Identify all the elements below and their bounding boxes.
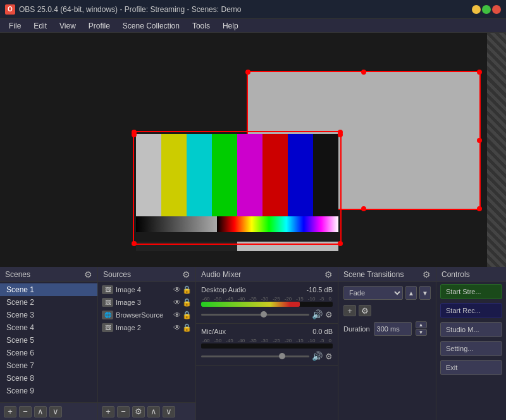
source-label-image3: Image 3 — [116, 299, 171, 306]
handle-bm[interactable] — [361, 206, 366, 211]
handle-mr[interactable] — [477, 138, 482, 143]
studio-mode-button[interactable]: Studio M... — [440, 322, 502, 337]
transition-add-button[interactable]: + — [343, 305, 356, 316]
bars-strip — [136, 242, 338, 251]
transition-up-btn[interactable]: ▲ — [405, 286, 417, 300]
duration-row: Duration ▲ ▼ — [338, 318, 436, 340]
handle-tr[interactable] — [477, 70, 482, 75]
minimize-button[interactable] — [472, 5, 481, 14]
scene-item-3[interactable]: Scene 3 — [0, 309, 97, 321]
scene-down-button[interactable]: ∨ — [49, 406, 62, 417]
menu-scene-collection[interactable]: Scene Collection — [116, 20, 186, 32]
mic-meter — [201, 343, 333, 349]
scene-item-1[interactable]: Scene 1 — [0, 283, 97, 296]
source-item-image4[interactable]: 🖼 Image 4 👁 🔒 — [98, 283, 195, 296]
bottom-panels: Scenes ⚙ Scene 1 Scene 2 Scene 3 Scene 4… — [0, 267, 506, 420]
scene-item-6[interactable]: Scene 6 — [0, 347, 97, 359]
lock-icon-b[interactable]: 🔒 — [182, 311, 192, 319]
source-down-button[interactable]: ∨ — [163, 406, 175, 417]
start-recording-button[interactable]: Start Rec... — [440, 303, 502, 318]
source-remove-button[interactable]: − — [117, 406, 130, 417]
visibility-icon[interactable]: 👁 — [173, 285, 181, 294]
close-button[interactable] — [492, 5, 501, 14]
scene-list: Scene 1 Scene 2 Scene 3 Scene 4 Scene 5 … — [0, 282, 97, 402]
menu-file[interactable]: File — [3, 20, 27, 32]
controls-panel: Controls Start Stre... Start Rec... Stud… — [436, 267, 506, 420]
handle-br[interactable] — [477, 206, 482, 211]
scene-item-5[interactable]: Scene 5 — [0, 334, 97, 347]
mic-volume-thumb[interactable] — [279, 353, 285, 359]
desktop-volume-slider[interactable] — [201, 314, 309, 316]
desktop-volume-controls: 🔊 ⚙ — [201, 309, 333, 319]
menu-profile[interactable]: Profile — [82, 20, 116, 32]
source-item-browser[interactable]: 🌐 BrowserSource 👁 🔒 — [98, 309, 195, 321]
menu-help[interactable]: Help — [216, 20, 245, 32]
source-settings-button[interactable]: ⚙ — [132, 406, 145, 417]
desktop-mute-icon[interactable]: 🔊 — [312, 309, 323, 319]
bar-yellow — [161, 134, 187, 216]
image-icon-3: 🖼 — [102, 298, 113, 307]
transition-gear-button[interactable]: ⚙ — [359, 305, 371, 316]
duration-up-btn[interactable]: ▲ — [416, 321, 427, 328]
scene-add-button[interactable]: + — [4, 406, 16, 417]
handle-tl[interactable] — [245, 70, 250, 75]
transition-down-btn[interactable]: ▼ — [419, 286, 431, 300]
mic-volume-slider[interactable] — [201, 355, 309, 357]
desktop-audio-gear-icon[interactable]: ⚙ — [325, 310, 333, 319]
transitions-title: Scene Transitions — [343, 270, 404, 279]
menu-edit[interactable]: Edit — [27, 20, 53, 32]
source-add-button[interactable]: + — [102, 406, 114, 417]
strip-light — [237, 242, 338, 251]
visibility-icon-b[interactable]: 👁 — [173, 311, 181, 319]
window-title: OBS 25.0.4 (64-bit, windows) - Profile: … — [19, 5, 241, 14]
transition-add-row: + ⚙ — [338, 304, 436, 318]
lock-icon-3[interactable]: 🔒 — [182, 298, 192, 307]
visibility-icon-3[interactable]: 👁 — [173, 298, 181, 307]
desktop-meter-ticks: -60-50-45-40-35-30-25-20-15-10-50 — [201, 296, 333, 302]
visibility-icon-2[interactable]: 👁 — [173, 323, 181, 332]
menu-tools[interactable]: Tools — [186, 20, 216, 32]
desktop-volume-thumb[interactable] — [261, 311, 267, 318]
browser-icon: 🌐 — [102, 311, 113, 319]
mic-mute-icon[interactable]: 🔊 — [312, 351, 323, 361]
sources-settings-icon[interactable]: ⚙ — [182, 269, 190, 280]
bar-blue — [288, 134, 313, 216]
duration-label: Duration — [343, 325, 370, 333]
source-item-image2[interactable]: 🖼 Image 2 👁 🔒 — [98, 321, 195, 334]
audio-settings-icon[interactable]: ⚙ — [324, 269, 333, 280]
scene-remove-button[interactable]: − — [19, 406, 32, 417]
audio-title: Audio Mixer — [201, 270, 241, 279]
source-item-image3[interactable]: 🖼 Image 3 👁 🔒 — [98, 296, 195, 309]
transitions-settings-icon[interactable]: ⚙ — [423, 269, 431, 280]
lock-icon[interactable]: 🔒 — [182, 285, 192, 294]
exit-button[interactable]: Exit — [440, 360, 502, 375]
lock-icon-2[interactable]: 🔒 — [182, 323, 192, 332]
scenes-settings-icon[interactable]: ⚙ — [84, 269, 92, 280]
scene-item-2[interactable]: Scene 2 — [0, 296, 97, 309]
sources-panel: Sources ⚙ 🖼 Image 4 👁 🔒 🖼 Image 3 👁 🔒 — [98, 267, 196, 420]
scene-up-button[interactable]: ∧ — [34, 406, 47, 417]
mic-audio-gear-icon[interactable]: ⚙ — [325, 352, 333, 361]
scene-item-7[interactable]: Scene 7 — [0, 359, 97, 372]
desktop-audio-db: -10.5 dB — [306, 286, 333, 293]
menu-view[interactable]: View — [53, 20, 82, 32]
handle-tm[interactable] — [361, 70, 366, 75]
scenes-footer: + − ∧ ∨ — [0, 402, 97, 420]
duration-down-btn[interactable]: ▼ — [416, 329, 427, 336]
controls-title: Controls — [441, 270, 470, 279]
color-bars — [136, 134, 338, 216]
bar-black — [313, 134, 338, 216]
scene-item-4[interactable]: Scene 4 — [0, 321, 97, 334]
bar-red — [262, 134, 288, 216]
sources-header: Sources ⚙ — [98, 267, 195, 282]
source-up-button[interactable]: ∧ — [147, 406, 160, 417]
transition-select[interactable]: Fade Cut Swipe Slide — [343, 286, 403, 300]
start-streaming-button[interactable]: Start Stre... — [440, 284, 502, 299]
maximize-button[interactable] — [482, 5, 491, 14]
color-bars-source — [136, 134, 338, 242]
transitions-header: Scene Transitions ⚙ — [338, 267, 436, 282]
scene-item-8[interactable]: Scene 8 — [0, 372, 97, 385]
duration-input[interactable] — [374, 322, 412, 336]
settings-button[interactable]: Setting... — [440, 341, 502, 356]
scene-item-9[interactable]: Scene 9 — [0, 385, 97, 397]
